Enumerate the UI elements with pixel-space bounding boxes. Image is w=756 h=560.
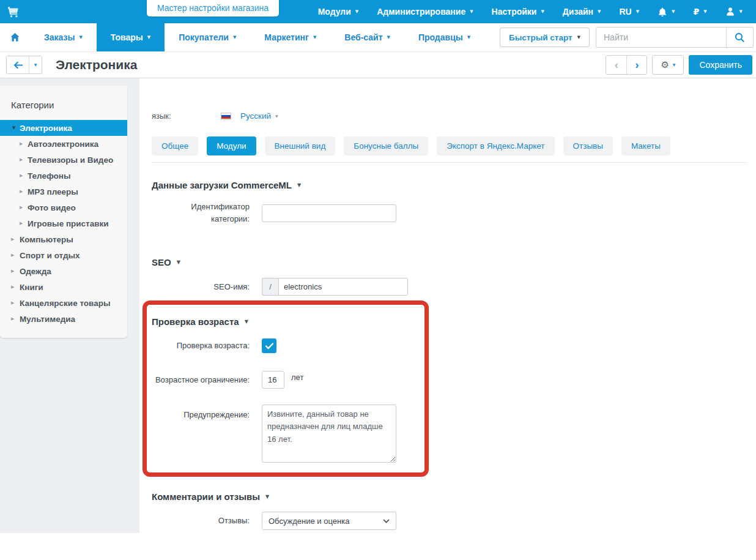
age-limit-input[interactable] (262, 371, 284, 389)
category-id-input[interactable] (262, 204, 396, 222)
seo-prefix: / (262, 278, 278, 296)
sidebar-item-label: Книги (0, 283, 43, 292)
search-button[interactable] (726, 28, 753, 47)
seo-name-input[interactable] (278, 278, 408, 296)
reviews-selected-value: Обсуждение и оценка (269, 517, 349, 526)
tab-appearance[interactable]: Внешний вид (265, 136, 336, 155)
language-selector[interactable]: RU ▼ (619, 7, 639, 17)
sidebar-item-sport[interactable]: ▶ Спорт и отдых (0, 247, 127, 263)
sidebar-item-clothes[interactable]: ▶ Одежда (0, 263, 127, 279)
home-button[interactable] (0, 23, 30, 51)
sidebar-item-electronics[interactable]: ▼ Электроника (0, 120, 127, 136)
section-heading-seo[interactable]: SEO ▼ (152, 257, 746, 267)
titlebar: ▼ Электроника ‹ › ⚙ ▼ Сохранить (0, 52, 756, 78)
nav-item-website[interactable]: Веб-сайт ▼ (330, 23, 404, 51)
sidebar-item-game-consoles[interactable]: ▶ Игровые приставки (0, 215, 127, 231)
section-heading-age-verification[interactable]: Проверка возраста ▼ (152, 316, 746, 327)
sidebar-item-books[interactable]: ▶ Книги (0, 279, 127, 295)
tab-general[interactable]: Общее (152, 136, 198, 155)
section-heading-comments-reviews[interactable]: Комментарии и отзывы ▼ (152, 491, 746, 502)
topbar-menu-administration[interactable]: Администрирование ▼ (377, 7, 473, 17)
chevron-down-icon: ▼ (739, 10, 743, 14)
nav-item-label: Продавцы (418, 32, 463, 42)
nav-item-customers[interactable]: Покупатели ▼ (165, 23, 250, 51)
back-button[interactable] (7, 56, 29, 73)
reviews-select[interactable]: Обсуждение и оценка (262, 512, 396, 530)
caret-collapsed-icon: ▶ (20, 173, 23, 178)
nav-item-label: Товары (111, 32, 143, 42)
nav-item-label: Маркетинг (264, 32, 309, 42)
section-heading-label: SEO (152, 257, 171, 267)
section-heading-label: Проверка возраста (152, 316, 239, 327)
tab-layouts[interactable]: Макеты (621, 136, 670, 155)
chevron-down-icon: ▼ (79, 35, 82, 40)
chevron-down-icon (383, 519, 390, 523)
categories-sidebar: Категории ▼ Электроника ▶ Автоэлектроник… (0, 86, 127, 338)
chevron-down-icon: ▼ (636, 10, 639, 14)
sidebar-header: Категории (0, 86, 127, 120)
chevron-down-icon: ▼ (703, 10, 706, 14)
language-selector-content[interactable]: Русский ▼ (221, 111, 278, 121)
back-button-group: ▼ (6, 56, 42, 74)
nav-item-label: Веб-сайт (344, 32, 382, 42)
tab-yandex-market-export[interactable]: Экспорт в Яндекс.Маркет (437, 136, 554, 155)
back-dropdown-button[interactable]: ▼ (29, 56, 42, 73)
nav-item-label: Покупатели (179, 32, 229, 42)
language-code-label: RU (619, 7, 631, 17)
tab-reviews[interactable]: Отзывы (563, 136, 613, 155)
sidebar-item-phones[interactable]: ▶ Телефоны (0, 168, 127, 184)
sidebar-item-stationery[interactable]: ▶ Канцелярские товары (0, 295, 127, 311)
sidebar-item-label: Телевизоры и Видео (0, 155, 113, 165)
gear-icon: ⚙ (661, 59, 669, 70)
section-heading-label: Данные загрузки CommerceML (152, 180, 292, 190)
chevron-down-icon: ▼ (470, 10, 473, 14)
section-heading-commerceml[interactable]: Данные загрузки CommerceML ▼ (152, 180, 746, 190)
cart-icon[interactable] (7, 6, 19, 18)
left-column: Категории ▼ Электроника ▶ Автоэлектроник… (0, 78, 139, 533)
save-button[interactable]: Сохранить (689, 55, 752, 75)
language-value-label: Русский (240, 111, 271, 121)
caret-collapsed-icon: ▶ (20, 189, 23, 194)
topbar-menu-settings[interactable]: Настройки ▼ (492, 7, 544, 17)
main-navbar: Заказы ▼ Товары ▼ Покупатели ▼ Маркетинг… (0, 23, 756, 52)
nav-item-orders[interactable]: Заказы ▼ (30, 23, 97, 51)
check-icon (265, 343, 273, 349)
topbar-menu-addons[interactable]: Модули ▼ (318, 7, 359, 17)
store-setup-wizard-button[interactable]: Мастер настройки магазина (147, 0, 279, 17)
sidebar-item-tv-video[interactable]: ▶ Телевизоры и Видео (0, 152, 127, 168)
seo-name-label: SEO-имя: (152, 281, 250, 293)
tab-reward-points[interactable]: Бонусные баллы (344, 136, 428, 155)
section-heading-label: Комментарии и отзывы (152, 491, 260, 502)
sidebar-item-label: MP3 плееры (0, 187, 78, 196)
search-input[interactable] (596, 28, 726, 47)
sidebar-item-multimedia[interactable]: ▶ Мультимедиа (0, 311, 127, 327)
sidebar-item-car-electronics[interactable]: ▶ Автоэлектроника (0, 136, 127, 152)
quick-start-button[interactable]: Быстрый старт ▼ (500, 28, 590, 47)
sidebar-item-photo-video[interactable]: ▶ Фото видео (0, 200, 127, 215)
sidebar-item-label: Одежда (0, 267, 51, 276)
nav-item-vendors[interactable]: Продавцы ▼ (404, 23, 484, 51)
search-group (596, 27, 754, 48)
chevron-down-icon: ▼ (265, 495, 269, 499)
chevron-down-icon: ▼ (673, 63, 676, 67)
sidebar-item-mp3-players[interactable]: ▶ MP3 плееры (0, 184, 127, 200)
tab-addons[interactable]: Модули (207, 136, 256, 155)
home-icon (10, 32, 20, 42)
sidebar-item-computers[interactable]: ▶ Компьютеры (0, 231, 127, 247)
currency-menu[interactable]: ₽ ▼ (693, 7, 706, 17)
next-item-button[interactable]: › (626, 56, 647, 74)
caret-collapsed-icon: ▶ (11, 253, 14, 258)
prev-item-button[interactable]: ‹ (606, 56, 626, 74)
nav-item-marketing[interactable]: Маркетинг ▼ (250, 23, 330, 51)
pager-group: ‹ › (606, 55, 647, 75)
nav-item-label: Заказы (44, 32, 75, 42)
settings-gear-button[interactable]: ⚙ ▼ (652, 55, 684, 75)
warning-message-textarea[interactable]: Извините, данный товар не предназначен д… (262, 405, 396, 463)
sidebar-item-label: Фото видео (0, 203, 76, 212)
nav-item-products[interactable]: Товары ▼ (97, 23, 165, 51)
topbar-menu-design[interactable]: Дизайн ▼ (563, 7, 601, 17)
notifications-menu[interactable]: ▼ (658, 7, 675, 17)
user-menu[interactable]: ▼ (725, 7, 743, 17)
age-verification-checkbox[interactable] (262, 338, 276, 353)
ruble-icon: ₽ (693, 7, 699, 17)
